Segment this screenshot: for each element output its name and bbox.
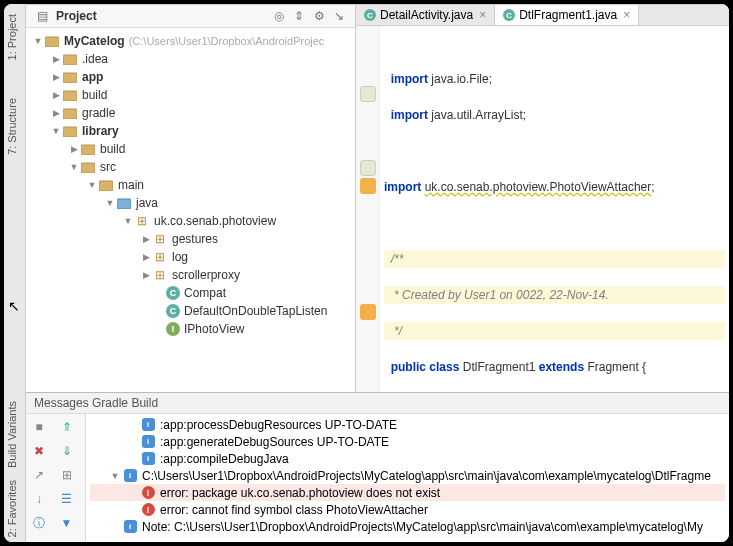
tree-item-log[interactable]: ▶⊞log (26, 248, 355, 266)
svg-rect-8 (99, 181, 113, 191)
class-icon: C (364, 9, 376, 21)
export-icon[interactable]: ↗ (30, 466, 48, 484)
message-row[interactable]: !error: cannot find symbol class PhotoVi… (90, 501, 725, 518)
up-icon[interactable]: ⇑ (58, 418, 76, 436)
message-row[interactable]: i:app:compileDebugJava (90, 450, 725, 467)
code-editor: CDetailActivity.java× CDtlFragment1.java… (356, 4, 729, 392)
info-icon[interactable]: ⓘ (30, 514, 48, 532)
messages-panel: Messages Gradle Build ■ ⇑ ✖ ⇓ ↗ ⊞ ↓ ☰ ⓘ … (26, 392, 729, 542)
svg-rect-4 (63, 109, 77, 119)
tab-detailactivity[interactable]: CDetailActivity.java× (356, 5, 495, 25)
info-icon: i (142, 452, 155, 465)
tree-root[interactable]: ▼ MyCatelog (C:\Users\User1\Dropbox\Andr… (26, 32, 355, 50)
override-icon[interactable] (360, 178, 376, 194)
pin-icon[interactable]: ↓ (30, 490, 48, 508)
interface-icon: I (166, 322, 180, 336)
tree-item-java[interactable]: ▼java (26, 194, 355, 212)
error-underline: uk.co.senab.photoview.PhotoViewAttacher (425, 180, 652, 194)
expand-icon[interactable]: ⊞ (58, 466, 76, 484)
svg-rect-1 (63, 55, 77, 65)
tree-item-lib-build[interactable]: ▶build (26, 140, 355, 158)
message-text: C:\Users\User1\Dropbox\AndroidProjects\M… (142, 469, 711, 483)
svg-rect-2 (63, 73, 77, 83)
messages-title: Messages Gradle Build (26, 393, 729, 414)
override-icon[interactable] (360, 304, 376, 320)
vtab-structure[interactable]: 7: Structure (4, 94, 20, 159)
project-tool-window: ▤ Project ◎ ⇕ ⚙ ↘ ▼ MyCatelog (C:\Users\… (26, 4, 356, 392)
vtab-favorites[interactable]: 2: Favorites (4, 476, 20, 541)
stop-icon[interactable]: ■ (30, 418, 48, 436)
close-icon[interactable]: ✖ (30, 442, 48, 460)
message-text: :app:compileDebugJava (160, 452, 289, 466)
project-header: ▤ Project ◎ ⇕ ⚙ ↘ (26, 5, 355, 28)
info-icon: i (124, 469, 137, 482)
class-icon: C (503, 9, 515, 21)
svg-rect-9 (117, 199, 131, 209)
tree-item-main[interactable]: ▼main (26, 176, 355, 194)
svg-rect-7 (81, 163, 95, 173)
tree-item-gradle[interactable]: ▶gradle (26, 104, 355, 122)
close-icon[interactable]: × (479, 8, 486, 22)
tab-dtlfragment1[interactable]: CDtlFragment1.java× (495, 5, 639, 25)
tree-item-scrollerproxy[interactable]: ▶⊞scrollerproxy (26, 266, 355, 284)
project-title: Project (56, 9, 97, 23)
code-area[interactable]: import java.io.File; import java.util.Ar… (356, 26, 729, 392)
tree-item-gestures[interactable]: ▶⊞gestures (26, 230, 355, 248)
tree-item-idea[interactable]: ▶.idea (26, 50, 355, 68)
vtab-project[interactable]: 1: Project (4, 10, 20, 64)
error-icon: ! (142, 503, 155, 516)
gear-icon[interactable]: ⚙ (311, 8, 327, 24)
svg-rect-3 (63, 91, 77, 101)
error-icon: ! (142, 486, 155, 499)
tree-item-defaultdbl[interactable]: CDefaultOnDoubleTapListen (26, 302, 355, 320)
message-text: error: cannot find symbol class PhotoVie… (160, 503, 428, 517)
messages-toolbar: ■ ⇑ ✖ ⇓ ↗ ⊞ ↓ ☰ ⓘ ▼ (26, 414, 86, 542)
target-icon[interactable]: ◎ (271, 8, 287, 24)
message-row[interactable]: !error: package uk.co.senab.photoview do… (90, 484, 725, 501)
messages-list[interactable]: i:app:processDebugResources UP-TO-DATEi:… (86, 414, 729, 542)
list-icon[interactable]: ☰ (58, 490, 76, 508)
svg-rect-0 (45, 37, 59, 47)
gutter (356, 26, 380, 392)
message-row[interactable]: i:app:generateDebugSources UP-TO-DATE (90, 433, 725, 450)
message-row[interactable]: ▼iC:\Users\User1\Dropbox\AndroidProjects… (90, 467, 725, 484)
left-tool-window-bar: 1: Project 7: Structure Build Variants 2… (4, 4, 26, 542)
filter-icon[interactable]: ▼ (58, 514, 76, 532)
message-text: :app:generateDebugSources UP-TO-DATE (160, 435, 389, 449)
tree-item-library[interactable]: ▼library (26, 122, 355, 140)
message-text: :app:processDebugResources UP-TO-DATE (160, 418, 397, 432)
info-icon: i (142, 418, 155, 431)
close-icon[interactable]: × (623, 8, 630, 22)
info-icon: i (124, 520, 137, 533)
tree-item-compat[interactable]: CCompat (26, 284, 355, 302)
tree-item-iphotoview[interactable]: IIPhotoView (26, 320, 355, 338)
hide-icon[interactable]: ↘ (331, 8, 347, 24)
class-icon: C (166, 304, 180, 318)
vtab-build-variants[interactable]: Build Variants (4, 397, 20, 472)
tree-item-build[interactable]: ▶build (26, 86, 355, 104)
down-icon[interactable]: ⇓ (58, 442, 76, 460)
message-row[interactable]: iNote: C:\Users\User1\Dropbox\AndroidPro… (90, 518, 725, 535)
svg-rect-6 (81, 145, 95, 155)
svg-rect-5 (63, 127, 77, 137)
class-icon: C (166, 286, 180, 300)
tree-item-app[interactable]: ▶app (26, 68, 355, 86)
project-tree[interactable]: ▼ MyCatelog (C:\Users\User1\Dropbox\Andr… (26, 28, 355, 392)
fold-icon[interactable] (360, 160, 376, 176)
message-text: error: package uk.co.senab.photoview doe… (160, 486, 440, 500)
editor-tabs: CDetailActivity.java× CDtlFragment1.java… (356, 5, 729, 26)
tree-item-src[interactable]: ▼src (26, 158, 355, 176)
message-row[interactable]: i:app:processDebugResources UP-TO-DATE (90, 416, 725, 433)
tree-item-package[interactable]: ▼⊞uk.co.senab.photoview (26, 212, 355, 230)
folder-icon: ▤ (34, 8, 50, 24)
collapse-icon[interactable]: ⇕ (291, 8, 307, 24)
info-icon: i (142, 435, 155, 448)
fold-icon[interactable] (360, 86, 376, 102)
message-text: Note: C:\Users\User1\Dropbox\AndroidProj… (142, 520, 703, 534)
